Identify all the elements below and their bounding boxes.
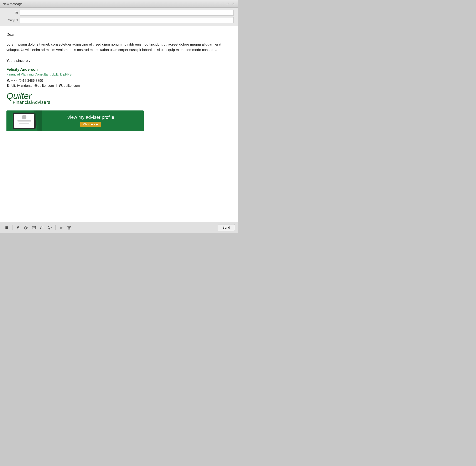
web-label: W. (59, 84, 63, 87)
window-title: New message (3, 2, 23, 6)
to-label: To (4, 11, 18, 14)
trash-icon (67, 225, 71, 230)
star-button[interactable]: ★ (58, 224, 65, 231)
send-button[interactable]: Send (218, 224, 235, 231)
image-button[interactable] (30, 224, 37, 231)
text-format-button[interactable]: A (15, 224, 22, 231)
contact-divider: | (56, 84, 57, 87)
image-icon (32, 225, 36, 230)
adviser-profile-banner[interactable]: View my adviser profile Click here ▶ (6, 110, 144, 131)
maximize-button[interactable]: ⤢ (226, 2, 230, 6)
signature-email-web: E. felicity.anderson@quilter.com|W. quil… (6, 84, 232, 88)
greeting-text: Dear (6, 33, 232, 37)
titlebar: New message − ⤢ ✕ (0, 0, 238, 8)
svg-point-6 (50, 227, 51, 227)
email-label: E. (6, 84, 10, 87)
banner-title: View my adviser profile (67, 115, 114, 120)
menu-button[interactable]: ☰ (3, 224, 10, 231)
banner-image (6, 110, 42, 131)
logo-sub: FinancialAdvisers (13, 100, 232, 105)
to-row: To (4, 10, 234, 16)
avatar-icon (22, 115, 26, 119)
valediction-text: Yours sincerely (6, 59, 232, 63)
content-line-3 (19, 123, 29, 124)
to-input[interactable] (20, 10, 234, 16)
window-controls: − ⤢ ✕ (220, 2, 235, 6)
subject-row: Subject (4, 17, 234, 23)
link-button[interactable] (38, 224, 45, 231)
mobile-label: M. (6, 79, 10, 82)
subject-label: Subject (4, 19, 18, 22)
trash-button[interactable] (66, 224, 73, 231)
content-line-2 (17, 121, 31, 122)
svg-point-4 (48, 226, 51, 229)
company-logo: Quilter FinancialAdvisers (6, 92, 232, 105)
tablet-screen (14, 114, 34, 128)
banner-decoration (34, 110, 42, 131)
tablet-icon (13, 113, 35, 129)
banner-arrow-icon: ▶ (96, 123, 98, 126)
logo-brand: Quilter (6, 92, 232, 101)
banner-cta-button[interactable]: Click here ▶ (80, 122, 101, 127)
toolbar-separator-2 (55, 225, 56, 230)
email-body[interactable]: Dear Lorem ipsum dolor sit amet, consect… (0, 26, 238, 222)
content-line-1 (17, 120, 31, 121)
paperclip-icon (24, 225, 28, 230)
attach-button[interactable] (23, 224, 30, 231)
banner-content: View my adviser profile Click here ▶ (42, 115, 144, 127)
emoji-button[interactable] (46, 224, 53, 231)
close-button[interactable]: ✕ (232, 2, 235, 6)
signature-name: Felicity Anderson (6, 67, 232, 72)
link-icon (40, 225, 44, 230)
emoji-icon (48, 225, 52, 230)
toolbar-separator-1 (12, 225, 12, 230)
subject-input[interactable] (20, 17, 234, 23)
signature-title: Financial Planning Consultant LL.B, DipP… (6, 73, 232, 76)
web-value: quilter.com (64, 84, 80, 87)
banner-cta-label: Click here (83, 123, 95, 126)
compose-toolbar: ☰ A (0, 222, 238, 233)
email-value: felicity.anderson@quilter.com (11, 84, 54, 87)
signature-mobile: M. + 44 (0)12 3456 7890 (6, 79, 232, 82)
email-compose-window: New message − ⤢ ✕ To Subject Dear Lorem … (0, 0, 238, 233)
body-paragraph: Lorem ipsum dolor sit amet, consectetuer… (6, 42, 232, 53)
svg-point-5 (49, 227, 49, 227)
minimize-button[interactable]: − (220, 2, 224, 6)
header-fields: To Subject (0, 8, 238, 26)
mobile-value: + 44 (0)12 3456 7890 (11, 79, 43, 82)
